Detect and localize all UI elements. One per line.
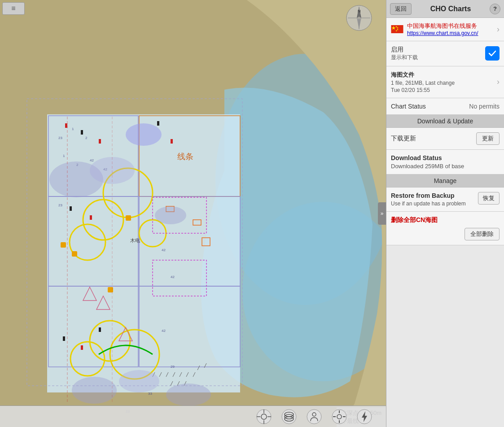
svg-text:23: 23 <box>58 136 62 140</box>
back-button[interactable]: 返回 <box>390 3 412 15</box>
svg-text:木电: 木电 <box>130 238 140 243</box>
svg-point-72 <box>72 377 117 404</box>
delete-row: 删除全部CN海图 全部删除 <box>386 212 504 245</box>
svg-point-73 <box>119 370 159 392</box>
lightning-icon[interactable] <box>356 409 373 425</box>
update-button[interactable]: 更新 <box>476 132 500 145</box>
svg-rect-36 <box>171 139 173 144</box>
person-icon[interactable] <box>306 409 322 425</box>
restore-button[interactable]: 恢复 <box>478 192 500 205</box>
chart-files-detail-2: Tue 02/20 15:55 <box>391 87 495 93</box>
chevron-right-icon: › <box>497 25 500 34</box>
svg-text:42: 42 <box>90 158 94 162</box>
manage-section-header: Manage <box>386 174 504 187</box>
svg-text:29: 29 <box>171 365 175 369</box>
checkmark-icon <box>488 49 497 58</box>
svg-rect-34 <box>99 139 101 144</box>
svg-text:2: 2 <box>85 136 88 140</box>
location-icon[interactable] <box>256 409 272 425</box>
svg-text:23: 23 <box>58 203 62 207</box>
svg-rect-35 <box>157 121 159 126</box>
chart-files-detail-1: 1 file, 261MB, Last change <box>391 80 495 86</box>
svg-rect-41 <box>99 327 101 332</box>
map-area[interactable]: 23 1 2 1 2 42 42 23 42 42 42 29 33 23 <box>0 0 386 427</box>
chart-files-title: 海图文件 <box>391 71 495 79</box>
download-section-header: Download & Update <box>386 115 504 128</box>
service-name: 中国海事航海图书在线服务 <box>407 22 495 30</box>
service-info: 中国海事航海图书在线服务 https://www.chart.msa.gov.c… <box>407 22 495 36</box>
service-url: https://www.chart.msa.gov.cn/ <box>407 30 495 36</box>
chart-files-info: 海图文件 1 file, 261MB, Last change Tue 02/2… <box>391 71 495 93</box>
enable-sublabel: 显示和下载 <box>391 54 418 61</box>
sidebar-collapse-handle[interactable]: » <box>378 202 386 225</box>
svg-text:33: 33 <box>148 392 152 396</box>
chart-files-chevron-icon: › <box>497 77 500 87</box>
svg-text:线条: 线条 <box>177 152 193 161</box>
download-status-row: Download Status Downloaded 259MB of base <box>386 150 504 174</box>
no-permits-value: No permits <box>469 103 500 110</box>
restore-title: Restore from Backup <box>391 192 474 199</box>
svg-rect-42 <box>61 242 66 248</box>
chart-status-label: Chart Status <box>391 103 426 110</box>
chart-layers-icon[interactable] <box>281 409 297 425</box>
enable-row: 启用 显示和下载 <box>386 41 504 66</box>
download-status-detail: Downloaded 259MB of base <box>391 163 500 170</box>
svg-rect-40 <box>81 345 83 350</box>
sidebar: 返回 CHO Charts ? 中国海事航海图书在线服务 https://www… <box>386 0 504 427</box>
enable-info: 启用 显示和下载 <box>391 46 418 61</box>
svg-rect-32 <box>65 123 67 128</box>
download-label: 下载更新 <box>391 135 416 143</box>
svg-rect-43 <box>72 251 77 257</box>
svg-rect-38 <box>90 215 92 220</box>
settings-icon[interactable] <box>331 409 347 425</box>
svg-text:42: 42 <box>162 248 166 252</box>
svg-text:42: 42 <box>162 329 166 333</box>
restore-info: Restore from Backup Use if an update has… <box>391 192 474 207</box>
svg-point-71 <box>155 206 186 224</box>
enable-label: 启用 <box>391 46 418 54</box>
service-row[interactable]: 中国海事航海图书在线服务 https://www.chart.msa.gov.c… <box>386 18 504 41</box>
delete-btn-container: 全部删除 <box>391 228 500 240</box>
svg-rect-39 <box>63 336 65 341</box>
delete-all-button[interactable]: 全部删除 <box>465 228 500 240</box>
sidebar-title: CHO Charts <box>414 5 487 13</box>
restore-subtitle: Use if an update has a problem <box>391 200 474 207</box>
delete-title: 删除全部CN海图 <box>391 216 500 224</box>
svg-point-68 <box>126 123 162 146</box>
chart-status-row: Chart Status No permits <box>386 98 504 115</box>
svg-rect-37 <box>70 206 72 211</box>
svg-point-74 <box>166 383 211 406</box>
download-row: 下载更新 更新 <box>386 128 504 150</box>
svg-text:1: 1 <box>72 127 74 131</box>
svg-text:N: N <box>358 9 361 13</box>
map-background: 23 1 2 1 2 42 42 23 42 42 42 29 33 23 <box>0 0 386 427</box>
svg-text:1: 1 <box>63 154 65 158</box>
svg-point-93 <box>307 410 321 424</box>
svg-rect-33 <box>81 130 83 135</box>
sidebar-header: 返回 CHO Charts ? <box>386 0 504 18</box>
bottom-navigation <box>0 405 386 427</box>
help-button[interactable]: ? <box>490 4 500 14</box>
enable-toggle[interactable] <box>485 46 500 61</box>
svg-text:42: 42 <box>171 275 175 279</box>
china-flag <box>391 25 403 33</box>
download-status-title: Download Status <box>391 154 500 161</box>
map-toolbar[interactable]: ≡ <box>2 2 25 15</box>
chart-files-row[interactable]: 海图文件 1 file, 261MB, Last change Tue 02/2… <box>386 66 504 98</box>
menu-icon[interactable]: ≡ <box>2 2 25 15</box>
compass-rose: N <box>346 4 373 31</box>
restore-row: Restore from Backup Use if an update has… <box>386 187 504 212</box>
svg-rect-44 <box>126 215 131 221</box>
